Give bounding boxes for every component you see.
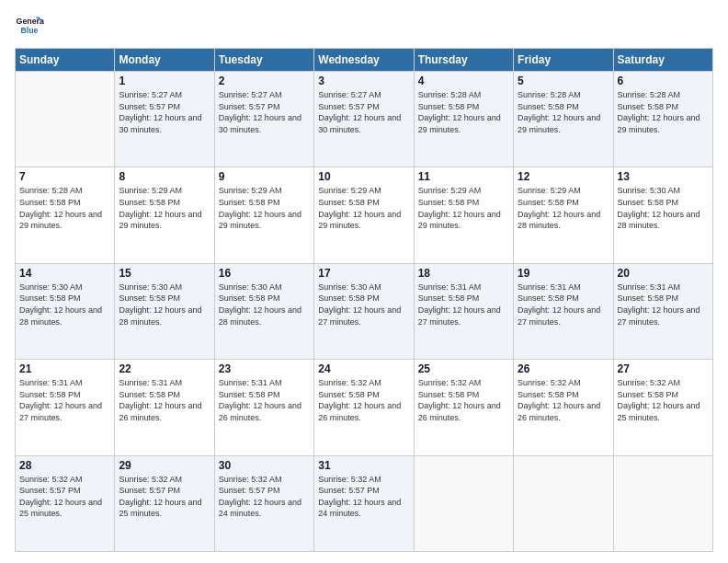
day-number: 23 — [219, 362, 310, 375]
page: General Blue SundayMondayTuesdayWednesda… — [0, 0, 728, 563]
calendar-cell: 15Sunrise: 5:30 AMSunset: 5:58 PMDayligh… — [115, 263, 214, 359]
calendar-cell: 13Sunrise: 5:30 AMSunset: 5:58 PMDayligh… — [613, 167, 712, 263]
calendar-cell: 2Sunrise: 5:27 AMSunset: 5:57 PMDaylight… — [214, 72, 313, 167]
day-info: Sunrise: 5:30 AMSunset: 5:58 PMDaylight:… — [19, 282, 110, 327]
logo: General Blue — [15, 11, 48, 40]
calendar-cell: 23Sunrise: 5:31 AMSunset: 5:58 PMDayligh… — [214, 360, 313, 455]
day-number: 10 — [318, 170, 409, 183]
header: General Blue — [15, 11, 713, 40]
day-number: 11 — [418, 170, 509, 183]
calendar-week-row: 1Sunrise: 5:27 AMSunset: 5:57 PMDaylight… — [16, 72, 713, 167]
calendar-cell: 31Sunrise: 5:32 AMSunset: 5:57 PMDayligh… — [314, 455, 414, 551]
weekday-header-row: SundayMondayTuesdayWednesdayThursdayFrid… — [16, 49, 713, 72]
day-info: Sunrise: 5:28 AMSunset: 5:58 PMDaylight:… — [418, 89, 509, 135]
day-number: 14 — [19, 267, 110, 280]
calendar-cell — [514, 455, 613, 551]
calendar-cell: 16Sunrise: 5:30 AMSunset: 5:58 PMDayligh… — [214, 263, 313, 359]
calendar-week-row: 14Sunrise: 5:30 AMSunset: 5:58 PMDayligh… — [16, 263, 713, 359]
calendar-cell: 21Sunrise: 5:31 AMSunset: 5:58 PMDayligh… — [16, 360, 115, 455]
day-info: Sunrise: 5:31 AMSunset: 5:58 PMDaylight:… — [618, 282, 709, 327]
day-number: 24 — [318, 362, 409, 375]
calendar-cell: 14Sunrise: 5:30 AMSunset: 5:58 PMDayligh… — [16, 263, 115, 359]
day-number: 26 — [518, 362, 609, 375]
day-info: Sunrise: 5:27 AMSunset: 5:57 PMDaylight:… — [119, 89, 210, 135]
day-number: 30 — [219, 459, 310, 472]
day-number: 1 — [119, 75, 210, 87]
calendar-cell: 26Sunrise: 5:32 AMSunset: 5:58 PMDayligh… — [514, 360, 613, 455]
calendar-cell: 20Sunrise: 5:31 AMSunset: 5:58 PMDayligh… — [613, 263, 712, 359]
day-info: Sunrise: 5:30 AMSunset: 5:58 PMDaylight:… — [318, 282, 409, 327]
weekday-friday: Friday — [514, 49, 613, 72]
calendar-cell: 29Sunrise: 5:32 AMSunset: 5:57 PMDayligh… — [115, 455, 214, 551]
calendar-cell: 3Sunrise: 5:27 AMSunset: 5:57 PMDaylight… — [314, 72, 414, 167]
weekday-tuesday: Tuesday — [214, 49, 313, 72]
day-info: Sunrise: 5:31 AMSunset: 5:58 PMDaylight:… — [418, 282, 509, 327]
day-number: 20 — [618, 267, 709, 280]
logo-icon: General Blue — [15, 11, 44, 40]
calendar-cell: 22Sunrise: 5:31 AMSunset: 5:58 PMDayligh… — [115, 360, 214, 455]
day-info: Sunrise: 5:32 AMSunset: 5:57 PMDaylight:… — [219, 474, 310, 520]
day-number: 12 — [518, 170, 609, 183]
day-number: 5 — [518, 75, 609, 87]
day-number: 27 — [618, 362, 709, 375]
calendar-cell — [16, 72, 115, 167]
day-info: Sunrise: 5:28 AMSunset: 5:58 PMDaylight:… — [19, 185, 110, 231]
weekday-wednesday: Wednesday — [314, 49, 414, 72]
calendar-cell — [414, 455, 513, 551]
day-info: Sunrise: 5:31 AMSunset: 5:58 PMDaylight:… — [219, 377, 310, 423]
day-number: 28 — [19, 459, 110, 472]
calendar-week-row: 7Sunrise: 5:28 AMSunset: 5:58 PMDaylight… — [16, 167, 713, 263]
day-info: Sunrise: 5:32 AMSunset: 5:57 PMDaylight:… — [119, 474, 210, 520]
day-info: Sunrise: 5:32 AMSunset: 5:58 PMDaylight:… — [418, 377, 509, 423]
day-info: Sunrise: 5:28 AMSunset: 5:58 PMDaylight:… — [518, 89, 609, 135]
day-info: Sunrise: 5:28 AMSunset: 5:58 PMDaylight:… — [618, 89, 709, 135]
day-info: Sunrise: 5:29 AMSunset: 5:58 PMDaylight:… — [418, 185, 509, 231]
day-info: Sunrise: 5:32 AMSunset: 5:58 PMDaylight:… — [518, 377, 609, 423]
weekday-thursday: Thursday — [414, 49, 513, 72]
day-info: Sunrise: 5:29 AMSunset: 5:58 PMDaylight:… — [518, 185, 609, 231]
day-number: 6 — [618, 75, 709, 87]
calendar-week-row: 28Sunrise: 5:32 AMSunset: 5:57 PMDayligh… — [16, 455, 713, 551]
day-info: Sunrise: 5:31 AMSunset: 5:58 PMDaylight:… — [119, 377, 210, 423]
calendar-cell: 1Sunrise: 5:27 AMSunset: 5:57 PMDaylight… — [115, 72, 214, 167]
day-number: 22 — [119, 362, 210, 375]
day-number: 4 — [418, 75, 509, 87]
calendar-table: SundayMondayTuesdayWednesdayThursdayFrid… — [15, 48, 713, 552]
day-number: 25 — [418, 362, 509, 375]
day-info: Sunrise: 5:30 AMSunset: 5:58 PMDaylight:… — [618, 185, 709, 231]
calendar-cell: 9Sunrise: 5:29 AMSunset: 5:58 PMDaylight… — [214, 167, 313, 263]
calendar-cell: 28Sunrise: 5:32 AMSunset: 5:57 PMDayligh… — [16, 455, 115, 551]
day-info: Sunrise: 5:32 AMSunset: 5:57 PMDaylight:… — [318, 474, 409, 520]
calendar-cell: 24Sunrise: 5:32 AMSunset: 5:58 PMDayligh… — [314, 360, 414, 455]
calendar-cell: 10Sunrise: 5:29 AMSunset: 5:58 PMDayligh… — [314, 167, 414, 263]
day-number: 3 — [318, 75, 409, 87]
day-number: 9 — [219, 170, 310, 183]
calendar-cell: 8Sunrise: 5:29 AMSunset: 5:58 PMDaylight… — [115, 167, 214, 263]
day-number: 31 — [318, 459, 409, 472]
calendar-cell: 18Sunrise: 5:31 AMSunset: 5:58 PMDayligh… — [414, 263, 513, 359]
weekday-monday: Monday — [115, 49, 214, 72]
calendar-cell: 30Sunrise: 5:32 AMSunset: 5:57 PMDayligh… — [214, 455, 313, 551]
day-info: Sunrise: 5:27 AMSunset: 5:57 PMDaylight:… — [219, 89, 310, 135]
calendar-cell: 11Sunrise: 5:29 AMSunset: 5:58 PMDayligh… — [414, 167, 513, 263]
day-info: Sunrise: 5:32 AMSunset: 5:57 PMDaylight:… — [19, 474, 110, 520]
weekday-sunday: Sunday — [16, 49, 115, 72]
day-info: Sunrise: 5:31 AMSunset: 5:58 PMDaylight:… — [19, 377, 110, 423]
day-info: Sunrise: 5:29 AMSunset: 5:58 PMDaylight:… — [318, 185, 409, 231]
day-info: Sunrise: 5:32 AMSunset: 5:58 PMDaylight:… — [618, 377, 709, 423]
day-number: 16 — [219, 267, 310, 280]
day-info: Sunrise: 5:30 AMSunset: 5:58 PMDaylight:… — [119, 282, 210, 327]
day-number: 8 — [119, 170, 210, 183]
day-number: 13 — [618, 170, 709, 183]
calendar-week-row: 21Sunrise: 5:31 AMSunset: 5:58 PMDayligh… — [16, 360, 713, 455]
day-info: Sunrise: 5:29 AMSunset: 5:58 PMDaylight:… — [219, 185, 310, 231]
day-info: Sunrise: 5:31 AMSunset: 5:58 PMDaylight:… — [518, 282, 609, 327]
day-number: 19 — [518, 267, 609, 280]
day-number: 17 — [318, 267, 409, 280]
day-number: 29 — [119, 459, 210, 472]
calendar-cell: 4Sunrise: 5:28 AMSunset: 5:58 PMDaylight… — [414, 72, 513, 167]
calendar-cell: 5Sunrise: 5:28 AMSunset: 5:58 PMDaylight… — [514, 72, 613, 167]
calendar-cell — [613, 455, 712, 551]
calendar-cell: 25Sunrise: 5:32 AMSunset: 5:58 PMDayligh… — [414, 360, 513, 455]
calendar-cell: 12Sunrise: 5:29 AMSunset: 5:58 PMDayligh… — [514, 167, 613, 263]
